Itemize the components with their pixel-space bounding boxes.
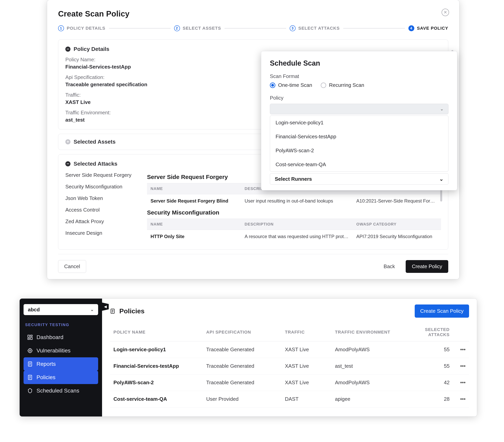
attack-nav-item[interactable]: Json Web Token [65, 195, 140, 201]
policy-select-menu: Login-service-policy1Financial-Services-… [270, 115, 449, 172]
col-env[interactable]: TRAFFIC ENVIRONMENT [331, 323, 403, 341]
attack-nav-item[interactable]: Zed Attack Proxy [65, 219, 140, 224]
reports-icon [27, 361, 33, 367]
radio-one-time-scan[interactable]: One-time Scan [270, 82, 312, 88]
cell-attacks: 55 [403, 341, 453, 358]
table-row[interactable]: Financial-Services-testApp Traceable Gen… [110, 358, 469, 374]
chevron-down-icon: ⌄ [440, 107, 444, 111]
modal-footer: Cancel Back Create Policy [58, 254, 448, 279]
col-owasp: OWASP CATEGORY [353, 219, 441, 230]
table-row[interactable]: Cost-service-team-QA User Provided DAST … [110, 391, 469, 407]
table-row[interactable]: Server Side Request Forgery Blind User i… [147, 194, 441, 208]
cell-api-spec: Traceable Generated [203, 374, 281, 391]
svg-point-4 [29, 350, 31, 351]
policy-option[interactable]: Financial-Services-testApp [270, 130, 448, 144]
stepper-connector [225, 28, 286, 28]
back-button[interactable]: Back [378, 260, 401, 273]
step-label: SAVE POLICY [417, 26, 449, 31]
row-menu-icon[interactable]: ••• [457, 396, 466, 402]
table-row[interactable]: HTTP Only Site A resource that was reque… [147, 230, 441, 243]
sidebar-item-label: Vulnerabilities [36, 348, 70, 354]
sidebar-item-scheduled-scans[interactable]: Scheduled Scans [24, 384, 98, 397]
cell-env: apigee [331, 391, 403, 407]
create-policy-button[interactable]: Create Policy [406, 260, 448, 273]
schedule-scan-popover: Schedule Scan Scan Format One-time Scan … [261, 51, 457, 190]
stepper-connector [109, 28, 171, 28]
col-traffic[interactable]: TRAFFIC [281, 323, 331, 341]
col-desc: DESCRIPTION [241, 219, 353, 230]
cell-traffic: XAST Live [281, 358, 331, 374]
cell-env: ast_test [331, 358, 403, 374]
cell-api-spec: Traceable Generated [203, 341, 281, 358]
attack-nav-item[interactable]: Access Control [65, 207, 140, 213]
cell-policy-name: PolyAWS-scan-2 [110, 374, 203, 391]
field-label: Policy [270, 95, 449, 101]
col-api-spec[interactable]: API SPECIFICATION [203, 323, 281, 341]
sidebar-item-label: Reports [36, 361, 56, 367]
step-number-icon: 3 [290, 25, 295, 31]
sidebar-item-reports[interactable]: Reports [24, 357, 98, 371]
radio-icon [270, 83, 275, 88]
cell-api-spec: Traceable Generated [203, 358, 281, 374]
collapse-icon[interactable]: − [65, 161, 70, 166]
env-value: abcd [28, 307, 40, 313]
scheduled-scans-icon [27, 388, 33, 394]
col-attacks[interactable]: SELECTED ATTACKS [403, 323, 453, 341]
panel-title: Policy Details [74, 46, 109, 52]
sidebar-item-vulnerabilities[interactable]: Vulnerabilities [24, 344, 98, 357]
cell-policy-name: Financial-Services-testApp [110, 358, 203, 374]
step-number-icon: 2 [174, 25, 180, 31]
wizard-step-4[interactable]: 4SAVE POLICY [408, 25, 449, 31]
policies-app: abcd ⌄ SECURITY TESTING DashboardVulnera… [20, 299, 477, 416]
attack-nav-item[interactable]: Server Side Request Forgery [65, 172, 140, 178]
expand-icon[interactable]: + [65, 139, 70, 144]
sidebar-item-label: Dashboard [36, 334, 63, 340]
policy-select[interactable]: ⌄ [270, 104, 449, 114]
wizard-step-1[interactable]: 1POLICY DETAILS [58, 25, 105, 31]
create-scan-policy-button[interactable]: Create Scan Policy [415, 304, 469, 318]
cell-traffic: XAST Live [281, 374, 331, 391]
radio-label: One-time Scan [278, 82, 312, 88]
sidebar: abcd ⌄ SECURITY TESTING DashboardVulnera… [20, 299, 102, 416]
attack-nav-item[interactable]: Insecure Design [65, 230, 140, 236]
wizard-step-2[interactable]: 2SELECT ASSETS [174, 25, 221, 31]
cell-attacks: 28 [403, 391, 453, 407]
scan-format-radios: One-time Scan Recurring Scan [270, 82, 449, 88]
panel-title: Selected Assets [74, 139, 116, 145]
row-menu-icon[interactable]: ••• [457, 380, 466, 386]
cancel-button[interactable]: Cancel [58, 260, 86, 273]
row-menu-icon[interactable]: ••• [457, 363, 466, 369]
sidebar-item-policies[interactable]: Policies [24, 371, 98, 384]
collapse-icon[interactable]: − [65, 47, 70, 52]
modal-title: Create Scan Policy [58, 9, 448, 18]
select-runners[interactable]: Select Runners ⌄ [270, 173, 449, 185]
dashboard-icon [27, 334, 33, 340]
policy-option[interactable]: Cost-service-team-QA [270, 158, 448, 171]
cell-policy-name: Cost-service-team-QA [110, 391, 203, 407]
svg-point-5 [28, 349, 32, 353]
field-label: Scan Format [270, 73, 449, 79]
cell-name: Server Side Request Forgery Blind [147, 194, 241, 208]
radio-recurring-scan[interactable]: Recurring Scan [321, 82, 364, 88]
step-number-icon: 4 [408, 25, 414, 31]
svg-rect-0 [28, 335, 30, 337]
sidebar-item-dashboard[interactable]: Dashboard [24, 331, 98, 344]
cell-attacks: 42 [403, 374, 453, 391]
attack-table: NAME DESCRIPTION OWASP CATEGORY HTTP Onl… [147, 219, 441, 243]
cell-attacks: 55 [403, 358, 453, 374]
cell-owasp: A10:2021-Server-Side Request For… [353, 194, 441, 208]
table-row[interactable]: Login-service-policy1 Traceable Generate… [110, 341, 469, 358]
svg-rect-1 [31, 335, 32, 336]
radio-label: Recurring Scan [329, 82, 364, 88]
policy-option[interactable]: PolyAWS-scan-2 [270, 144, 448, 158]
wizard-step-3[interactable]: 3SELECT ATTACKS [290, 25, 340, 31]
row-menu-icon[interactable]: ••• [457, 347, 466, 352]
close-icon[interactable]: ✕ [442, 9, 449, 16]
col-policy-name[interactable]: POLICY NAME [110, 323, 203, 341]
table-row[interactable]: PolyAWS-scan-2 Traceable Generated XAST … [110, 374, 469, 391]
col-name: NAME [147, 183, 241, 194]
chevron-down-icon: ⌄ [439, 176, 444, 182]
attack-nav-item[interactable]: Security Misconfiguration [65, 184, 140, 190]
environment-select[interactable]: abcd ⌄ [24, 304, 98, 315]
policy-option[interactable]: Login-service-policy1 [270, 116, 448, 130]
